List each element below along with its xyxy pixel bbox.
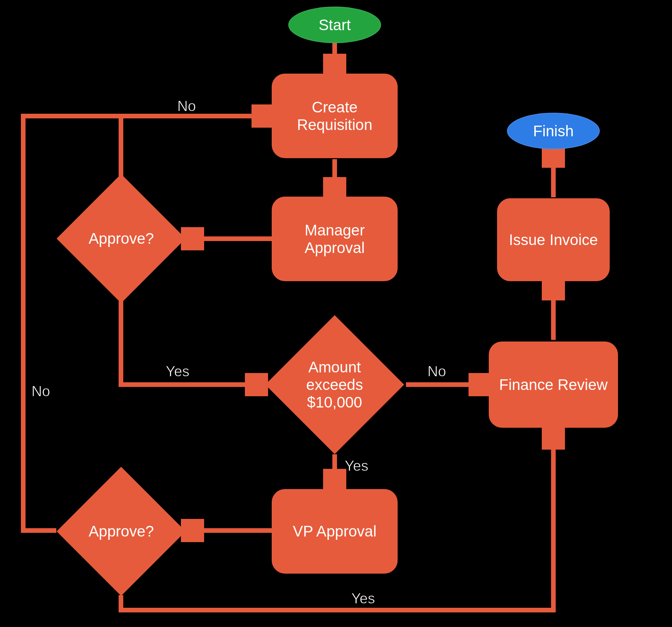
- node-finance-review-label: Finance Review: [493, 376, 614, 394]
- label-amount-no: No: [428, 363, 446, 380]
- edge-approve1-yes: [121, 292, 263, 385]
- node-start-label: Start: [312, 16, 357, 34]
- edge-approve1-no: [121, 116, 270, 186]
- node-approve-1: Approve?: [57, 174, 186, 303]
- node-approve-2-label: Approve?: [78, 522, 164, 540]
- node-create-requisition-label: Create Requisition: [272, 98, 397, 134]
- node-approve-2: Approve?: [57, 467, 186, 596]
- label-approve2-yes: Yes: [351, 590, 375, 607]
- label-amount-yes: Yes: [344, 458, 368, 474]
- node-approve-1-label: Approve?: [78, 230, 164, 247]
- node-start: Start: [288, 7, 381, 43]
- node-vp-approval: VP Approval: [272, 489, 398, 574]
- node-finance-review: Finance Review: [489, 342, 618, 428]
- node-issue-invoice-label: Issue Invoice: [502, 231, 604, 249]
- label-approve1-no: No: [177, 98, 196, 114]
- node-finish: Finish: [507, 113, 600, 149]
- node-vp-approval-label: VP Approval: [286, 522, 383, 540]
- flowchart-canvas: Start Create Requisition Manager Approva…: [0, 0, 672, 627]
- node-manager-approval: Manager Approval: [272, 196, 398, 281]
- node-amount-exceeds-label: Amount exceeds $10,000: [286, 358, 383, 411]
- edge-approve2-no: [23, 116, 270, 531]
- node-create-requisition: Create Requisition: [272, 74, 398, 158]
- node-manager-approval-label: Manager Approval: [272, 222, 397, 257]
- label-approve1-yes: Yes: [166, 363, 190, 380]
- node-issue-invoice: Issue Invoice: [497, 198, 610, 281]
- node-finish-label: Finish: [527, 122, 580, 140]
- label-approve2-no: No: [31, 383, 50, 399]
- node-amount-exceeds: Amount exceeds $10,000: [265, 315, 404, 454]
